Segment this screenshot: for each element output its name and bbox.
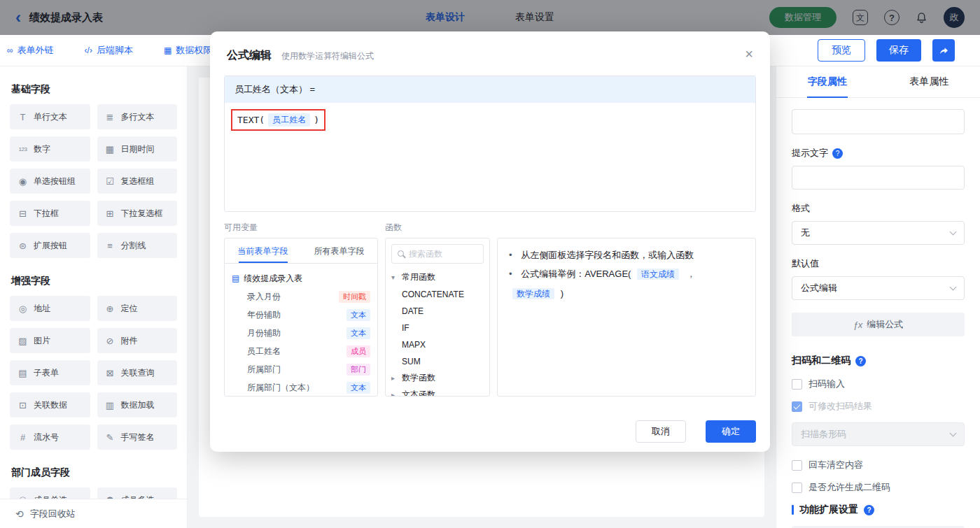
field-address[interactable]: ◎地址	[10, 296, 90, 321]
field-multi-line-text[interactable]: ≣多行文本	[97, 104, 178, 129]
form-external-link-label: 表单外链	[18, 44, 54, 57]
chevron-right-icon: ▸	[391, 391, 398, 396]
func-group-math[interactable]: ▸数学函数	[391, 370, 484, 387]
field-location[interactable]: ⊕定位	[97, 296, 178, 321]
variable-entry-month[interactable]: 录入月份时间戳	[232, 287, 370, 306]
serial-number-icon: #	[17, 432, 29, 443]
field-attachment[interactable]: ⊘附件	[97, 328, 178, 353]
backend-script-button[interactable]: ‹/› 后端脚本	[85, 44, 133, 57]
field-radio-group[interactable]: ◉单选按钮组	[10, 169, 90, 194]
checkbox-modify-scan-result[interactable]: 可修改扫码结果	[792, 400, 965, 413]
field-serial-number[interactable]: #流水号	[10, 424, 90, 450]
formula-highlight-box: TEXT( 员工姓名 )	[231, 109, 326, 131]
form-doc-icon: ▤	[232, 273, 239, 283]
bullet-icon: •	[509, 250, 512, 260]
func-date[interactable]: DATE	[391, 303, 484, 320]
variable-employee-name[interactable]: 员工姓名成员	[232, 342, 370, 360]
func-mapx[interactable]: MAPX	[391, 336, 484, 353]
variables-label: 可用变量	[224, 222, 385, 234]
section-title-member-fields: 部门成员字段	[11, 466, 176, 479]
field-extend-button[interactable]: ⊜扩展按钮	[10, 233, 90, 258]
radio-icon: ◉	[17, 176, 29, 187]
example-field-chip: 语文成绩	[637, 269, 679, 280]
formula-target-bar: 员工姓名（文本） =	[225, 76, 755, 103]
field-signature[interactable]: ✎手写签名	[97, 424, 178, 450]
data-permission-button[interactable]: ▦ 数据权限	[164, 44, 212, 57]
field-divider[interactable]: ≡分割线	[97, 233, 178, 258]
data-load-icon: ▥	[104, 400, 116, 411]
hint-help-icon[interactable]: ?	[832, 148, 843, 159]
code-icon: ‹/›	[85, 45, 92, 55]
field-dropdown-multi[interactable]: ⊞下拉复选框	[97, 201, 178, 226]
chevron-down-icon: ▾	[391, 273, 398, 281]
field-number[interactable]: 123数字	[10, 136, 90, 162]
field-checkbox-group[interactable]: ☑复选框组	[97, 169, 178, 194]
type-tag: 时间戳	[339, 291, 370, 303]
checkbox-box[interactable]	[792, 460, 802, 471]
single-line-text-icon: T	[17, 112, 29, 122]
variable-month-helper[interactable]: 月份辅助文本	[232, 324, 370, 342]
signature-icon: ✎	[104, 432, 116, 443]
field-chip[interactable]: 员工姓名	[268, 113, 310, 127]
form-external-link-button[interactable]: ∞ 表单外链	[7, 44, 54, 57]
divider-icon: ≡	[104, 241, 116, 251]
link-icon: ∞	[7, 45, 13, 55]
variables-tree-root[interactable]: ▤ 绩效提成录入表	[232, 269, 370, 287]
close-icon[interactable]: ×	[745, 47, 753, 61]
field-subform[interactable]: ▤子表单	[10, 360, 90, 385]
checkbox-box-checked[interactable]	[792, 401, 802, 412]
default-value-select[interactable]: 公式编辑	[792, 276, 965, 300]
attachment-icon: ⊘	[104, 336, 116, 346]
cancel-button[interactable]: 取消	[636, 420, 686, 443]
func-sum[interactable]: SUM	[391, 353, 484, 370]
scan-help-icon[interactable]: ?	[855, 356, 866, 366]
variable-department[interactable]: 所属部门部门	[232, 360, 370, 378]
address-icon: ◎	[17, 304, 29, 314]
close-paren-token: )	[314, 115, 319, 125]
tab-field-properties[interactable]: 字段属性	[776, 66, 878, 97]
format-select[interactable]: 无	[792, 221, 965, 245]
search-input[interactable]	[409, 249, 473, 259]
checkbox-scan-input[interactable]: 扫码输入	[792, 378, 965, 390]
function-search-box[interactable]	[391, 244, 484, 264]
section-title-basic-fields: 基础字段	[11, 83, 176, 96]
checkbox-icon: ☑	[104, 176, 116, 187]
field-image[interactable]: ▨图片	[10, 328, 90, 353]
tab-all-form-fields[interactable]: 所有表单字段	[301, 238, 377, 263]
extension-help-icon[interactable]: ?	[864, 505, 874, 515]
checkbox-allow-qrcode[interactable]: 是否允许生成二维码	[792, 481, 965, 494]
field-single-line-text[interactable]: T单行文本	[10, 104, 90, 129]
functions-panel: ▾常用函数 CONCATENATE DATE IF MAPX SUM ▸数学函数…	[385, 238, 490, 397]
barcode-select[interactable]: 扫描条形码	[792, 422, 965, 446]
field-data-load[interactable]: ▥数据加载	[97, 392, 178, 418]
func-group-common[interactable]: ▾常用函数	[391, 269, 484, 286]
checkbox-enter-clear[interactable]: 回车清空内容	[792, 459, 965, 471]
tab-current-form-fields[interactable]: 当前表单字段	[225, 238, 301, 263]
func-concatenate[interactable]: CONCATENATE	[391, 286, 484, 303]
hint-text-input[interactable]	[792, 166, 965, 190]
preview-button[interactable]: 预览	[818, 39, 865, 62]
tab-form-properties[interactable]: 表单属性	[878, 66, 980, 97]
variable-year-helper[interactable]: 年份辅助文本	[232, 306, 370, 324]
edit-formula-button[interactable]: ƒx 编辑公式	[792, 313, 965, 336]
formula-editor[interactable]: TEXT( 员工姓名 )	[225, 103, 755, 211]
confirm-button[interactable]: 确定	[706, 420, 756, 443]
checkbox-box[interactable]	[792, 379, 802, 390]
field-related-query[interactable]: ⊠关联查询	[97, 360, 178, 385]
func-group-text[interactable]: ▸文本函数	[391, 387, 484, 396]
dialog-subtitle: 使用数学运算符编辑公式	[281, 50, 374, 62]
func-if[interactable]: IF	[391, 320, 484, 336]
field-datetime[interactable]: ▦日期时间	[97, 136, 178, 162]
subform-icon: ▤	[17, 368, 29, 378]
field-related-data[interactable]: ⊡关联数据	[10, 392, 90, 418]
unlabeled-input[interactable]	[792, 109, 965, 134]
chevron-down-icon	[950, 229, 957, 236]
field-dropdown[interactable]: ⊟下拉框	[10, 201, 90, 226]
checkbox-box[interactable]	[792, 483, 802, 493]
fx-icon: ƒx	[853, 320, 863, 330]
field-recycle-bin[interactable]: ⟲ 字段回收站	[0, 499, 187, 528]
share-button[interactable]	[932, 39, 955, 62]
variable-department-text[interactable]: 所属部门（文本）文本	[232, 378, 370, 396]
bullet-icon: •	[509, 269, 512, 279]
save-button[interactable]: 保存	[876, 39, 921, 62]
